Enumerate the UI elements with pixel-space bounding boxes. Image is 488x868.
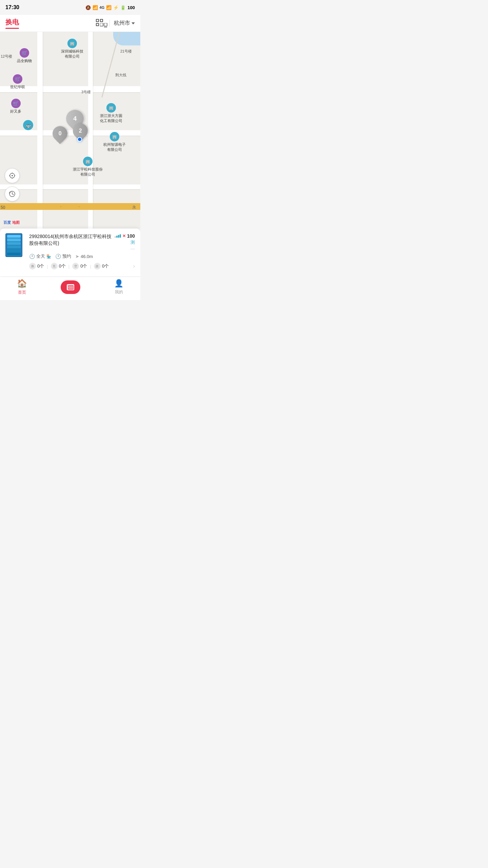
status-bar: 17:30 🔕 📶 4G 📶 ⚡ 🔋 100 — [0, 0, 140, 15]
grid-view-button[interactable] — [96, 20, 105, 27]
poi-haoyouduo-icon: 🛒 — [11, 99, 21, 108]
stat-kong: 空 0个 — [72, 263, 87, 270]
city-selector[interactable]: 杭州市 — [109, 20, 135, 27]
bottom-nav: 🏠 首页 👤 我的 — [0, 276, 140, 300]
poi-zhiyuan[interactable]: 🏢 杭州智源电子有限公司 — [103, 132, 126, 152]
poi-shiji[interactable]: 🛒 世纪华联 — [10, 74, 25, 90]
cluster-4-count: 4 — [73, 115, 77, 122]
poi-zhiyuan-icon: 🏢 — [110, 132, 119, 141]
distance-info: ➤ 46.0m — [75, 254, 93, 259]
card-info-row: 🕐 全天 🏪 🕐 预约 ➤ 46.0m — [29, 253, 135, 259]
nav-home[interactable]: 🏠 首页 — [17, 279, 27, 295]
map-label-3lou: 3号楼 — [81, 90, 91, 94]
station-title: 299280014(杭州市余杭区浙江宇松科技股份有限公司) — [29, 233, 112, 246]
nav-profile[interactable]: 👤 我的 — [114, 279, 123, 295]
home-label: 首页 — [18, 290, 26, 295]
poi-yusong[interactable]: 🏢 浙江宇松科技股份有限公司 — [73, 157, 103, 177]
stat-chong: 充 0个 — [51, 263, 66, 270]
chong-badge: 充 — [51, 263, 58, 270]
svg-rect-13 — [68, 288, 73, 289]
gu-badge: 故 — [94, 263, 101, 270]
station-card: 299280014(杭州市余杭区浙江宇松科技股份有限公司) ✕ 100 — [0, 229, 140, 276]
huan-badge: 换 — [29, 263, 36, 270]
map-label-yong: 永 — [132, 205, 136, 210]
lightning-icon: ⚡ — [113, 5, 119, 10]
bus-stop-icon[interactable]: 🚌 — [23, 120, 33, 130]
booking-label: 预约 — [62, 253, 71, 259]
clock-icon: 🕐 — [29, 254, 35, 259]
map-label-jingdaxian: 荆大线 — [115, 73, 126, 77]
card-content: 299280014(杭州市余杭区浙江宇松科技股份有限公司) ✕ 100 — [29, 233, 135, 270]
card-stats-row: 换 0个 | 充 0个 | 空 0个 | 故 — [29, 263, 135, 270]
dash-label: — — [130, 246, 135, 251]
hours-info: 🕐 全天 🏪 — [29, 253, 51, 259]
nav-title-wrap: 换电 — [5, 18, 19, 29]
nav-title: 换电 — [5, 18, 19, 27]
card-header: 299280014(杭州市余杭区浙江宇松科技股份有限公司) ✕ 100 — [5, 233, 135, 270]
scale-label: 50 — [1, 205, 5, 210]
user-icon: 👤 — [114, 279, 123, 288]
signal-bars — [115, 234, 121, 238]
home-icon: 🏠 — [17, 279, 27, 288]
nav-title-underline — [5, 28, 19, 29]
poi-zheda-label: 浙江浙大方圆化工有限公司 — [100, 113, 122, 123]
gu-count: 0个 — [102, 263, 109, 269]
poi-haoyouduo[interactable]: 🛒 好又多 — [10, 99, 21, 114]
cluster-pin-0[interactable]: 0 — [53, 126, 67, 142]
wifi-icon: 📶 — [93, 5, 98, 10]
explore-label[interactable]: 测 — [130, 239, 135, 245]
huan-count: 0个 — [37, 263, 44, 269]
booking-info: 🕐 预约 — [55, 253, 71, 259]
road-v2 — [88, 32, 93, 229]
grid-icon — [96, 19, 103, 28]
chevron-down-icon — [131, 22, 135, 24]
poi-zheda[interactable]: 🏢 浙江浙大方圆化工有限公司 — [100, 103, 122, 123]
card-right-meta: ✕ 100 测 — — [115, 233, 135, 251]
history-button[interactable] — [5, 186, 20, 201]
poi-pinquan[interactable]: 🛒 品全购物 — [17, 48, 32, 63]
poi-zhiyuan-label: 杭州智源电子有限公司 — [103, 142, 126, 152]
signal-bars-icon: 📶 — [106, 5, 111, 10]
station-thumbnail — [5, 233, 22, 257]
map-area[interactable]: ← → 12号楼 21号楼 3号楼 荆大线 永 🛒 品全购物 🏢 深圳城铄科技有… — [0, 32, 140, 229]
signal-number: 100 — [127, 233, 135, 239]
poi-shiji-icon: 🛒 — [13, 74, 22, 84]
poi-yusong-icon: 🏢 — [83, 157, 93, 166]
hours-label: 全天 — [36, 253, 45, 259]
svg-rect-0 — [100, 23, 103, 26]
svg-rect-11 — [68, 286, 73, 287]
svg-rect-12 — [68, 287, 73, 288]
kong-count: 0个 — [80, 263, 87, 269]
poi-shenzhen-label: 深圳城铄科技有限公司 — [61, 49, 83, 59]
营业-icon: 🏪 — [46, 254, 51, 259]
poi-haoyouduo-label: 好又多 — [10, 109, 21, 114]
map-label-21lou: 21号楼 — [120, 49, 132, 54]
chong-count: 0个 — [59, 263, 66, 269]
signal-x-icon: ✕ — [122, 234, 126, 238]
poi-pinquan-label: 品全购物 — [17, 58, 32, 63]
cluster-2-count: 2 — [79, 128, 82, 134]
profile-label: 我的 — [115, 289, 123, 295]
map-label-12lou: 12号楼 — [1, 54, 12, 59]
locate-button[interactable] — [5, 168, 20, 183]
poi-shenzhen[interactable]: 🏢 深圳城铄科技有限公司 — [61, 39, 83, 59]
scan-icon — [67, 284, 74, 290]
kong-badge: 空 — [72, 263, 79, 270]
road-yellow: ← → — [0, 203, 140, 210]
map-controls — [5, 168, 20, 201]
booking-clock-icon: 🕐 — [55, 254, 61, 259]
signal-area: ✕ 100 — [115, 233, 135, 239]
svg-point-4 — [12, 175, 13, 176]
stat-gu: 故 0个 — [94, 263, 109, 270]
scan-button[interactable] — [61, 280, 80, 294]
battery-level: 100 — [127, 5, 135, 10]
nav-right: 杭州市 — [96, 20, 135, 27]
road-h3 — [0, 184, 140, 189]
cluster-0-count: 0 — [59, 131, 62, 137]
baidu-watermark: 百度 地图 — [3, 220, 20, 225]
svg-rect-1 — [104, 23, 107, 26]
status-icons: 🔕 📶 4G 📶 ⚡ 🔋 100 — [85, 5, 135, 10]
card-arrow-right: › — [133, 263, 135, 269]
distance-label: 46.0m — [81, 254, 93, 259]
nav-arrow-icon: ➤ — [75, 254, 79, 259]
